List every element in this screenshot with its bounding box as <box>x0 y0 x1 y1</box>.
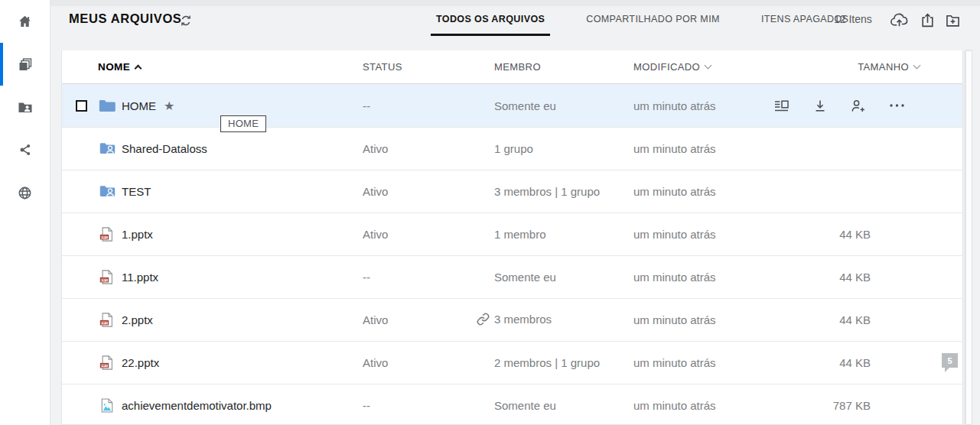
app-window: MEUS ARQUIVOS TODOS OS ARQUIVOS COMPARTI… <box>0 0 980 425</box>
column-header-size[interactable]: TAMANHO <box>758 61 962 73</box>
ppt-file-icon: PPT <box>99 226 116 242</box>
folder-user-icon <box>18 100 33 114</box>
modified-cell: um minuto atrás <box>633 142 758 155</box>
ppt-file-icon: PPT <box>99 269 116 285</box>
svg-text:PPT: PPT <box>101 278 109 282</box>
sidebar-item-home[interactable] <box>0 0 50 43</box>
tab-all-files[interactable]: TODOS OS ARQUIVOS <box>431 14 550 36</box>
more-icon[interactable] <box>889 103 905 108</box>
upload-icon[interactable] <box>920 12 936 28</box>
member-cell: 3 membros <box>494 313 633 328</box>
file-name[interactable]: 1.pptx <box>122 228 153 241</box>
tab-shared-by-me[interactable]: COMPARTILHADO POR MIM <box>581 14 725 36</box>
files-icon <box>18 57 33 72</box>
member-cell: 3 membros | 1 grupo <box>494 185 633 198</box>
items-count: 12 Itens <box>834 13 872 25</box>
table-row[interactable]: PPT 11.pptx -- Somente eu um minuto atrá… <box>62 255 962 298</box>
status-cell: Ativo <box>363 142 494 155</box>
sidebar-item-share[interactable] <box>0 128 50 171</box>
status-cell: -- <box>363 399 494 412</box>
detail-view-icon[interactable] <box>773 99 790 112</box>
home-icon <box>17 14 33 29</box>
ppt-file-icon: PPT <box>99 355 116 371</box>
share-link-icon <box>477 313 490 328</box>
chevron-down-icon <box>705 62 712 70</box>
modified-cell: um minuto atrás <box>633 185 758 198</box>
member-cell: Somente eu <box>494 271 633 284</box>
modified-cell: um minuto atrás <box>633 271 758 284</box>
table-row[interactable]: PPT 22.pptx Ativo 2 membros | 1 grupo um… <box>62 341 962 384</box>
globe-icon <box>17 185 33 201</box>
modified-cell: um minuto atrás <box>633 313 758 326</box>
member-cell: 1 membro <box>494 228 633 241</box>
sidebar <box>0 0 50 425</box>
image-file-icon <box>99 397 116 414</box>
file-name[interactable]: achievementdemotivator.bmp <box>122 399 272 412</box>
member-cell: Somente eu <box>494 399 633 412</box>
svg-text:PPT: PPT <box>101 364 109 368</box>
table-row[interactable]: Shared-Dataloss Ativo 1 grupo um minuto … <box>62 127 962 170</box>
modified-cell: um minuto atrás <box>633 356 758 369</box>
modified-cell: um minuto atrás <box>633 228 758 241</box>
files-table: NOME STATUS MEMBRO MODIFICADO TAMANHO HO… <box>61 50 963 425</box>
add-user-icon[interactable] <box>850 99 867 113</box>
file-name[interactable]: 22.pptx <box>122 356 159 369</box>
size-cell: 787 KB <box>758 399 962 412</box>
size-cell: 44 KB <box>758 313 962 326</box>
sidebar-item-globe[interactable] <box>0 171 50 214</box>
table-row[interactable]: PPT 1.pptx Ativo 1 membro um minuto atrá… <box>62 212 962 255</box>
column-header-modified[interactable]: MODIFICADO <box>633 61 758 73</box>
top-strip <box>0 0 980 6</box>
file-name[interactable]: 2.pptx <box>122 313 153 326</box>
ppt-file-icon: PPT <box>99 312 116 328</box>
tooltip: HOME <box>220 115 266 132</box>
column-header-name[interactable]: NOME <box>62 61 363 73</box>
table-body: HOME ★ -- Somente eu um minuto atrás <box>62 84 962 425</box>
refresh-icon[interactable] <box>179 14 193 31</box>
column-header-status[interactable]: STATUS <box>363 61 494 73</box>
status-cell: Ativo <box>363 356 494 369</box>
share-icon <box>18 142 33 157</box>
row-checkbox[interactable] <box>76 100 87 112</box>
status-cell: -- <box>363 99 494 112</box>
table-scrollbar[interactable] <box>965 50 972 425</box>
file-name[interactable]: TEST <box>122 185 151 198</box>
tab-bar: TODOS OS ARQUIVOS COMPARTILHADO POR MIM … <box>431 14 854 36</box>
svg-text:PPT: PPT <box>101 235 109 239</box>
shared-folder-icon <box>99 142 116 155</box>
table-row[interactable]: achievementdemotivator.bmp -- Somente eu… <box>62 384 962 425</box>
sort-asc-icon <box>135 65 142 73</box>
folder-icon <box>99 99 116 112</box>
member-cell: Somente eu <box>494 99 633 112</box>
table-header-row: NOME STATUS MEMBRO MODIFICADO TAMANHO <box>62 50 962 84</box>
file-name[interactable]: 11.pptx <box>122 271 158 284</box>
shared-folder-icon <box>99 185 116 198</box>
table-row[interactable]: TEST Ativo 3 membros | 1 grupo um minuto… <box>62 170 962 212</box>
column-header-member[interactable]: MEMBRO <box>494 61 633 73</box>
chevron-down-icon <box>913 62 921 70</box>
table-row[interactable]: PPT 2.pptx Ativo 3 membros um minuto atr… <box>62 298 962 341</box>
status-cell: Ativo <box>363 313 494 326</box>
size-cell: 44 KB <box>758 356 962 369</box>
sidebar-item-my-files[interactable] <box>0 43 50 86</box>
size-cell: 44 KB <box>758 271 962 284</box>
status-cell: -- <box>363 271 494 284</box>
add-folder-icon[interactable] <box>945 12 961 28</box>
modified-cell: um minuto atrás <box>633 399 758 412</box>
favorite-star-icon[interactable]: ★ <box>164 99 174 113</box>
svg-text:PPT: PPT <box>101 321 109 325</box>
size-cell: 44 KB <box>758 228 962 241</box>
download-icon[interactable] <box>812 99 828 113</box>
sidebar-item-shared-folder[interactable] <box>0 86 50 128</box>
comment-count-badge[interactable]: 5 <box>942 353 958 368</box>
row-actions <box>758 99 962 113</box>
member-cell: 2 membros | 1 grupo <box>494 356 633 369</box>
status-cell: Ativo <box>363 185 494 198</box>
member-cell: 1 grupo <box>494 142 633 155</box>
table-row[interactable]: HOME ★ -- Somente eu um minuto atrás <box>62 84 962 127</box>
cloud-upload-icon[interactable] <box>890 11 909 29</box>
modified-cell: um minuto atrás <box>633 99 758 112</box>
page-title: MEUS ARQUIVOS <box>69 11 181 26</box>
file-name[interactable]: HOME <box>122 99 156 112</box>
file-name[interactable]: Shared-Dataloss <box>122 142 207 155</box>
